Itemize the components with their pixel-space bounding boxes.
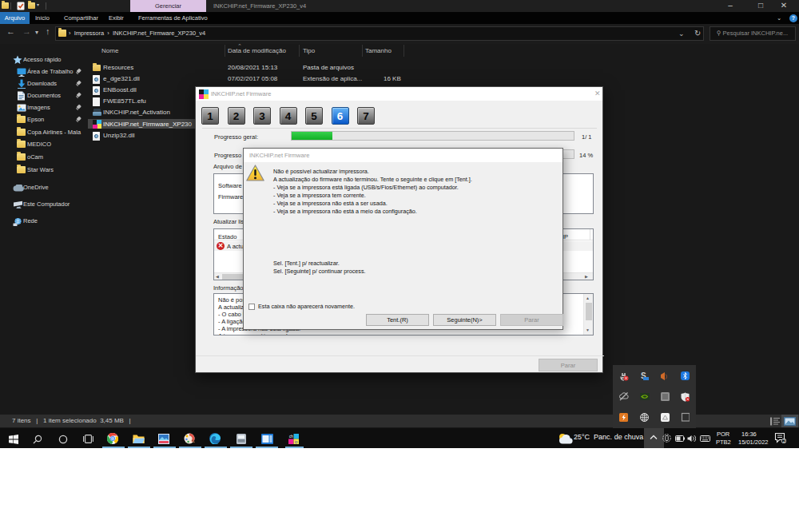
svg-text:2: 2	[783, 439, 785, 443]
svg-text:ip: ip	[295, 439, 298, 443]
svg-text:ch: ch	[289, 435, 293, 439]
